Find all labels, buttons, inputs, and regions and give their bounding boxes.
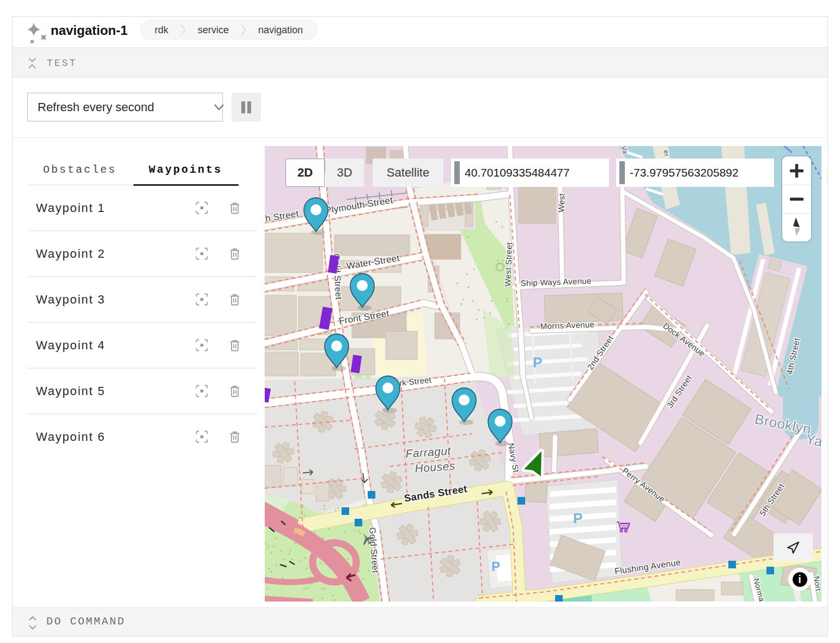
svg-text:West: West — [556, 193, 567, 213]
svg-text:P: P — [573, 510, 582, 526]
svg-text:Morris Avenue: Morris Avenue — [540, 320, 595, 331]
svg-text:P: P — [533, 354, 542, 371]
svg-text:West Street: West Street — [503, 242, 514, 287]
svg-text:P: P — [491, 559, 500, 574]
